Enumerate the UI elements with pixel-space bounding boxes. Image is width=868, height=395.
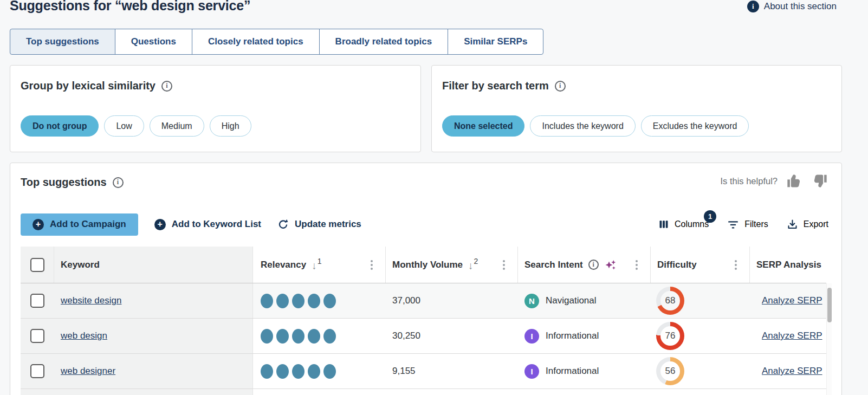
relevancy-dots [261,294,336,308]
column-menu-icon[interactable] [733,258,739,271]
add-to-keyword-list-button[interactable]: + Add to Keyword List [154,219,261,230]
monthly-volume-column-header: Monthly Volume [392,260,463,270]
info-icon[interactable]: i [113,177,124,188]
sort-descending-icon[interactable]: ↓2 [468,259,478,271]
tab-top-suggestions[interactable]: Top suggestions [10,29,115,55]
tab-closely-related-topics[interactable]: Closely related topics [192,29,320,55]
feedback-widget: Is this helpful? [721,172,828,190]
pill-excludes-keyword[interactable]: Excludes the keyword [641,115,749,137]
intent-badge: I [524,329,539,344]
filter-icon [727,218,739,230]
row-checkbox[interactable] [30,329,44,343]
pill-low[interactable]: Low [104,115,144,137]
thumbs-down-icon[interactable] [811,172,828,190]
filter-pill-list: None selected Includes the keyword Exclu… [442,115,749,137]
page-title: Suggestions for “web design service” [10,0,250,14]
pill-high[interactable]: High [210,115,251,137]
monthly-volume-value: 9,155 [392,366,416,377]
table-header-row: Keyword Relevancy ↓1 Monthly Volume ↓2 [21,247,826,283]
export-button[interactable]: Export [787,219,828,230]
intent-label: Informational [546,366,599,377]
difficulty-column-header: Difficulty [657,260,697,270]
intent-badge: N [524,294,539,308]
filter-by-search-term-panel: Filter by search term i None selected In… [431,65,842,152]
monthly-volume-value: 30,250 [392,331,420,341]
add-to-campaign-button[interactable]: + Add to Campaign [21,213,138,236]
column-menu-icon[interactable] [369,258,374,271]
suggestions-table: Keyword Relevancy ↓1 Monthly Volume ↓2 [21,247,826,395]
about-this-section-link[interactable]: i About this section [747,1,837,12]
top-suggestions-panel: Top suggestions i Is this helpful? + Add… [10,163,842,395]
difficulty-donut: 56 [656,357,684,385]
search-intent-column-header: Search Intent [524,260,583,270]
filters-button[interactable]: Filters [727,218,768,230]
table-row: website design 37,000 N Navigational 68 … [21,283,826,319]
thumbs-up-icon[interactable] [786,172,803,190]
columns-count-badge: 1 [704,210,716,223]
suggestion-tabs: Top suggestions Questions Closely relate… [10,29,543,55]
refresh-icon [277,219,289,230]
intent-label: Navigational [546,295,597,306]
tab-questions[interactable]: Questions [115,29,192,55]
group-pill-list: Do not group Low Medium High [21,115,251,137]
columns-button[interactable]: Columns 1 [658,219,709,230]
info-icon[interactable]: i [161,81,172,92]
table-row: web design 30,250 I Informational 76 Ana… [21,319,826,354]
analyze-serp-link[interactable]: Analyze SERP [762,331,822,341]
pill-do-not-group[interactable]: Do not group [21,115,99,137]
monthly-volume-value: 37,000 [392,295,420,306]
table-row-partial [21,389,826,395]
top-suggestions-title: Top suggestions [21,176,107,189]
column-menu-icon[interactable] [634,258,639,271]
pill-medium[interactable]: Medium [150,115,204,137]
difficulty-donut: 68 [656,287,684,315]
scrollbar-thumb[interactable] [827,288,832,322]
helpful-label: Is this helpful? [721,176,778,186]
columns-icon [658,219,669,230]
column-menu-icon[interactable] [501,258,507,271]
intent-label: Informational [546,331,599,341]
sort-descending-icon[interactable]: ↓1 [312,259,321,271]
keyword-link[interactable]: website design [61,295,121,306]
row-checkbox[interactable] [30,294,44,308]
tab-broadly-related-topics[interactable]: Broadly related topics [319,29,449,55]
pill-none-selected[interactable]: None selected [442,115,524,137]
table-row: web designer 9,155 I Informational 56 An… [21,354,826,389]
keyword-link[interactable]: web design [61,331,107,341]
group-by-lexical-similarity-panel: Group by lexical similarity i Do not gro… [10,65,421,152]
ai-sparkles-icon [604,258,617,271]
relevancy-column-header: Relevancy [261,260,306,270]
keyword-suggestions-page: Suggestions for “web design service” i A… [0,0,868,395]
keyword-column-header: Keyword [61,260,100,270]
filter-panel-title: Filter by search term [442,80,549,92]
tab-similar-serps[interactable]: Similar SERPs [448,29,543,55]
relevancy-dots [261,329,336,344]
info-icon[interactable]: i [588,260,599,270]
plus-circle-icon: + [154,219,166,230]
about-this-section-label: About this section [764,1,837,12]
update-metrics-button[interactable]: Update metrics [277,219,361,230]
keyword-link[interactable]: web designer [61,366,115,377]
select-all-checkbox[interactable] [30,258,44,272]
table-toolbar: + Add to Campaign + Add to Keyword List … [21,213,828,236]
info-icon: i [747,1,759,12]
download-icon [787,219,798,230]
serp-analysis-column-header: SERP Analysis [756,260,821,270]
pill-includes-keyword[interactable]: Includes the keyword [530,115,635,137]
analyze-serp-link[interactable]: Analyze SERP [762,366,822,377]
table-scrollbar[interactable] [826,283,832,395]
group-panel-title: Group by lexical similarity [21,80,156,92]
plus-circle-icon: + [33,219,44,230]
analyze-serp-link[interactable]: Analyze SERP [762,295,822,306]
intent-badge: I [524,364,539,379]
info-icon[interactable]: i [555,81,566,92]
difficulty-donut: 76 [656,322,684,350]
row-checkbox[interactable] [30,364,44,378]
relevancy-dots [261,364,336,379]
